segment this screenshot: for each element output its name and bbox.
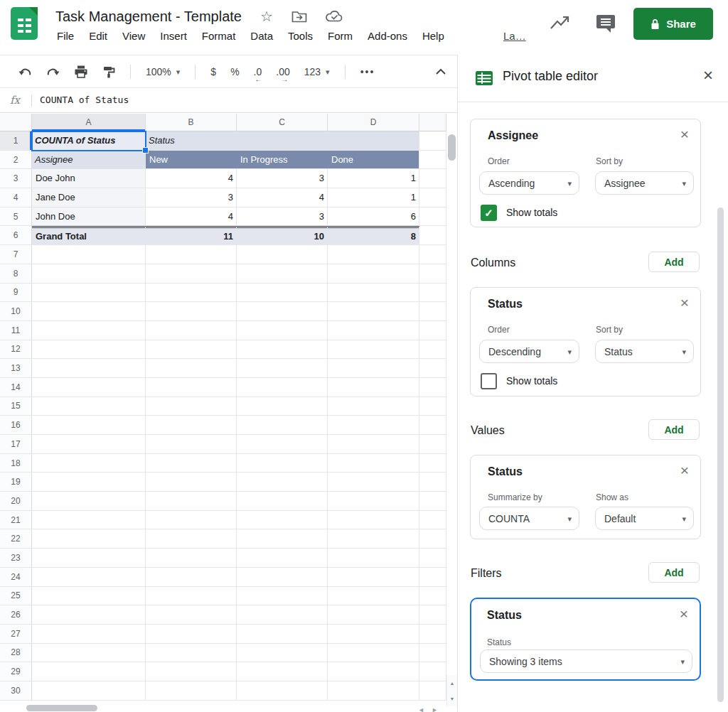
cell-D18[interactable] — [328, 454, 419, 473]
row-header-19[interactable]: 19 — [0, 473, 32, 492]
cell-C2[interactable]: In Progress — [237, 151, 328, 170]
row-header-10[interactable]: 10 — [0, 302, 32, 321]
cell-E5[interactable] — [419, 207, 446, 227]
cell-A29[interactable] — [32, 662, 146, 681]
cell-B1[interactable]: Status — [146, 131, 419, 151]
cell-C20[interactable] — [237, 492, 328, 511]
menu-item-help[interactable]: Help — [422, 30, 444, 42]
row-header-23[interactable]: 23 — [0, 549, 32, 568]
cell-C19[interactable] — [237, 473, 328, 492]
cell-A19[interactable] — [32, 473, 146, 492]
scroll-left-button[interactable]: ◄ — [418, 706, 424, 712]
cell-D17[interactable] — [328, 435, 419, 454]
cell-B16[interactable] — [146, 416, 237, 435]
show-totals-checkbox[interactable] — [481, 373, 497, 389]
last-edit-link[interactable]: La… — [503, 30, 526, 42]
cell-B2[interactable]: New — [146, 151, 237, 170]
cell-B15[interactable] — [146, 397, 237, 416]
cell-B29[interactable] — [146, 662, 237, 681]
cell-D28[interactable] — [328, 644, 419, 663]
row-header-9[interactable]: 9 — [0, 284, 32, 303]
add-columns-button[interactable]: Add — [648, 252, 700, 272]
increase-decimal-button[interactable]: .00 → — [276, 66, 289, 77]
cell-D8[interactable] — [328, 264, 419, 284]
cell-B23[interactable] — [146, 549, 237, 568]
cell-E12[interactable] — [419, 340, 446, 360]
cell-B13[interactable] — [146, 359, 237, 378]
zoom-selector[interactable]: 100% ▾ — [146, 66, 180, 77]
cell-D21[interactable] — [328, 511, 419, 530]
cell-B7[interactable] — [146, 245, 237, 264]
cell-E16[interactable] — [419, 416, 446, 435]
cell-C23[interactable] — [237, 549, 328, 568]
row-header-16[interactable]: 16 — [0, 416, 32, 435]
cell-A18[interactable] — [32, 454, 146, 473]
cell-B11[interactable] — [146, 321, 237, 340]
cell-D16[interactable] — [328, 416, 419, 435]
row-header-6[interactable]: 6 — [0, 226, 32, 245]
sort-by-dropdown[interactable]: Status ▾ — [595, 340, 694, 363]
cell-B12[interactable] — [146, 340, 237, 360]
cell-E24[interactable] — [419, 568, 446, 587]
cell-A8[interactable] — [32, 264, 146, 284]
cell-C28[interactable] — [237, 644, 328, 663]
cell-A1[interactable]: COUNTA of Status — [32, 131, 146, 151]
cell-D15[interactable] — [328, 397, 419, 416]
cell-B6[interactable]: 11 — [146, 226, 237, 245]
row-header-8[interactable]: 8 — [0, 264, 32, 284]
cell-A5[interactable]: John Doe — [32, 207, 146, 227]
cell-A27[interactable] — [32, 625, 146, 644]
show-as-dropdown[interactable]: Default ▾ — [595, 507, 694, 530]
cell-C17[interactable] — [237, 435, 328, 454]
sort-by-dropdown[interactable]: Assignee ▾ — [595, 171, 694, 195]
cell-D11[interactable] — [328, 321, 419, 340]
cell-E25[interactable] — [419, 587, 446, 606]
cell-D3[interactable]: 1 — [328, 169, 419, 188]
cell-A17[interactable] — [32, 435, 146, 454]
cell-A13[interactable] — [32, 359, 146, 378]
row-header-26[interactable]: 26 — [0, 605, 32, 625]
menu-item-add-ons[interactable]: Add-ons — [368, 30, 407, 42]
column-header-D[interactable]: D — [328, 114, 419, 131]
cell-E14[interactable] — [419, 378, 446, 397]
menu-item-view[interactable]: View — [122, 30, 145, 42]
row-header-13[interactable]: 13 — [0, 359, 32, 378]
add-filters-button[interactable]: Add — [648, 562, 700, 583]
move-folder-icon[interactable] — [291, 10, 307, 23]
column-header-A[interactable]: A — [32, 114, 146, 131]
menu-item-data[interactable]: Data — [250, 30, 273, 42]
cell-E22[interactable] — [419, 529, 446, 549]
order-dropdown[interactable]: Descending ▾ — [479, 340, 579, 363]
close-icon[interactable]: × — [680, 126, 689, 143]
order-dropdown[interactable]: Ascending ▾ — [479, 171, 579, 195]
cell-D22[interactable] — [328, 529, 419, 549]
cell-E28[interactable] — [419, 644, 446, 663]
menu-item-insert[interactable]: Insert — [160, 30, 187, 42]
row-header-17[interactable]: 17 — [0, 435, 32, 454]
row-header-12[interactable]: 12 — [0, 340, 32, 360]
cell-C13[interactable] — [237, 359, 328, 378]
cell-B14[interactable] — [146, 378, 237, 397]
row-header-7[interactable]: 7 — [0, 245, 32, 264]
cell-E20[interactable] — [419, 492, 446, 511]
more-options-icon[interactable]: ••• — [360, 66, 375, 77]
cell-B19[interactable] — [146, 473, 237, 492]
cell-E30[interactable] — [419, 681, 446, 701]
cell-A28[interactable] — [32, 644, 146, 663]
cell-C5[interactable]: 3 — [237, 207, 328, 227]
cell-A15[interactable] — [32, 397, 146, 416]
menu-item-form[interactable]: Form — [328, 30, 353, 42]
cell-E19[interactable] — [419, 473, 446, 492]
cell-C9[interactable] — [237, 284, 328, 303]
row-header-24[interactable]: 24 — [0, 568, 32, 587]
cell-B24[interactable] — [146, 568, 237, 587]
cell-B27[interactable] — [146, 625, 237, 644]
cell-D7[interactable] — [328, 245, 419, 264]
cell-B20[interactable] — [146, 492, 237, 511]
cell-D27[interactable] — [328, 625, 419, 644]
paint-format-icon[interactable] — [102, 65, 115, 78]
cell-B18[interactable] — [146, 454, 237, 473]
cell-E23[interactable] — [419, 549, 446, 568]
print-icon[interactable] — [74, 65, 88, 78]
cell-D5[interactable]: 6 — [328, 207, 419, 227]
